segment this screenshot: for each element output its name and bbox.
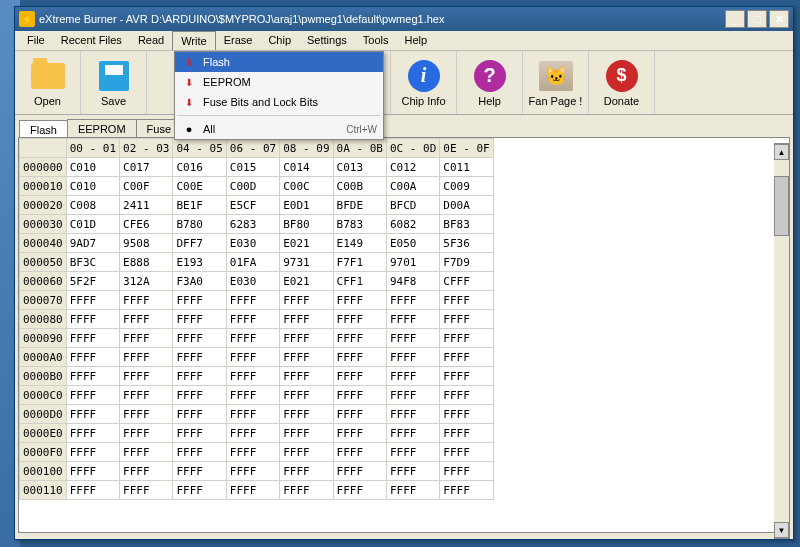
hex-cell[interactable]: FFFF (66, 386, 119, 405)
hex-cell[interactable]: 9508 (120, 234, 173, 253)
hex-cell[interactable]: CFF1 (333, 272, 386, 291)
menu-help[interactable]: Help (396, 31, 435, 50)
hex-cell[interactable]: B780 (173, 215, 226, 234)
menu-recent-files[interactable]: Recent Files (53, 31, 130, 50)
hex-cell[interactable]: C012 (386, 158, 439, 177)
hex-cell[interactable]: FFFF (173, 310, 226, 329)
menu-write[interactable]: Write (172, 31, 215, 50)
menu-settings[interactable]: Settings (299, 31, 355, 50)
hex-cell[interactable]: FFFF (386, 310, 439, 329)
hex-cell[interactable]: FFFF (333, 348, 386, 367)
dropdown-fuse[interactable]: ⬇ Fuse Bits and Lock Bits (175, 92, 383, 112)
tab-eeprom[interactable]: EEPROM (67, 119, 137, 137)
hex-cell[interactable]: FFFF (226, 310, 279, 329)
hex-cell[interactable]: 94F8 (386, 272, 439, 291)
dropdown-flash[interactable]: ⬇ Flash (175, 52, 383, 72)
hex-cell[interactable]: FFFF (280, 462, 333, 481)
hex-cell[interactable]: FFFF (226, 348, 279, 367)
hex-cell[interactable]: FFFF (440, 367, 493, 386)
hex-cell[interactable]: FFFF (440, 310, 493, 329)
hex-cell[interactable]: C010 (66, 177, 119, 196)
hex-cell[interactable]: FFFF (386, 386, 439, 405)
hex-cell[interactable]: FFFF (386, 348, 439, 367)
hex-cell[interactable]: FFFF (440, 443, 493, 462)
hex-cell[interactable]: BFCD (386, 196, 439, 215)
hex-cell[interactable]: FFFF (333, 443, 386, 462)
hex-cell[interactable]: FFFF (173, 329, 226, 348)
hex-cell[interactable]: 9731 (280, 253, 333, 272)
hex-cell[interactable]: FFFF (226, 424, 279, 443)
scroll-down-arrow[interactable]: ▼ (774, 522, 789, 538)
hex-cell[interactable]: FFFF (440, 424, 493, 443)
hex-cell[interactable]: E021 (280, 272, 333, 291)
hex-cell[interactable]: FFFF (66, 462, 119, 481)
hex-cell[interactable]: FFFF (333, 329, 386, 348)
hex-cell[interactable]: FFFF (66, 424, 119, 443)
hex-cell[interactable]: FFFF (386, 462, 439, 481)
hex-cell[interactable]: C01D (66, 215, 119, 234)
hex-cell[interactable]: BF80 (280, 215, 333, 234)
hex-cell[interactable]: FFFF (66, 329, 119, 348)
menu-tools[interactable]: Tools (355, 31, 397, 50)
hex-cell[interactable]: FFFF (173, 424, 226, 443)
hex-cell[interactable]: FFFF (120, 386, 173, 405)
hex-cell[interactable]: FFFF (280, 329, 333, 348)
chipinfo-button[interactable]: i Chip Info (391, 51, 457, 114)
open-button[interactable]: Open (15, 51, 81, 114)
hex-cell[interactable]: FFFF (173, 348, 226, 367)
hex-cell[interactable]: FFFF (333, 462, 386, 481)
hex-cell[interactable]: FFFF (120, 424, 173, 443)
hex-cell[interactable]: D00A (440, 196, 493, 215)
hex-cell[interactable]: FFFF (120, 367, 173, 386)
hex-cell[interactable]: BF83 (440, 215, 493, 234)
hex-cell[interactable]: 9AD7 (66, 234, 119, 253)
menu-read[interactable]: Read (130, 31, 172, 50)
hex-cell[interactable]: F3A0 (173, 272, 226, 291)
hex-cell[interactable]: FFFF (66, 405, 119, 424)
menu-file[interactable]: File (19, 31, 53, 50)
hex-cell[interactable]: C009 (440, 177, 493, 196)
dropdown-eeprom[interactable]: ⬇ EEPROM (175, 72, 383, 92)
hex-cell[interactable]: 5F36 (440, 234, 493, 253)
hex-cell[interactable]: C00C (280, 177, 333, 196)
hex-cell[interactable]: FFFF (333, 481, 386, 500)
tab-flash[interactable]: Flash (19, 120, 68, 138)
hex-cell[interactable]: FFFF (226, 367, 279, 386)
hex-cell[interactable]: E0D1 (280, 196, 333, 215)
hex-cell[interactable]: C010 (66, 158, 119, 177)
dropdown-all[interactable]: ● All Ctrl+W (175, 119, 383, 139)
hex-cell[interactable]: C00F (120, 177, 173, 196)
close-button[interactable]: ✕ (769, 10, 789, 28)
hex-cell[interactable]: 9701 (386, 253, 439, 272)
hex-cell[interactable]: C00E (173, 177, 226, 196)
hex-cell[interactable]: FFFF (66, 367, 119, 386)
hex-cell[interactable]: FFFF (333, 310, 386, 329)
hex-cell[interactable]: FFFF (226, 291, 279, 310)
maximize-button[interactable]: □ (747, 10, 767, 28)
hex-cell[interactable]: FFFF (173, 481, 226, 500)
hex-cell[interactable]: FFFF (173, 462, 226, 481)
hex-cell[interactable]: C014 (280, 158, 333, 177)
hex-cell[interactable]: FFFF (66, 443, 119, 462)
hex-cell[interactable]: FFFF (333, 291, 386, 310)
hex-cell[interactable]: E5CF (226, 196, 279, 215)
hex-cell[interactable]: E149 (333, 234, 386, 253)
hex-cell[interactable]: FFFF (120, 348, 173, 367)
hex-cell[interactable]: CFE6 (120, 215, 173, 234)
hex-cell[interactable]: C00D (226, 177, 279, 196)
hex-cell[interactable]: FFFF (440, 481, 493, 500)
hex-cell[interactable]: 5F2F (66, 272, 119, 291)
hex-cell[interactable]: FFFF (120, 462, 173, 481)
hex-cell[interactable]: B783 (333, 215, 386, 234)
hex-cell[interactable]: C015 (226, 158, 279, 177)
hex-cell[interactable]: FFFF (173, 367, 226, 386)
hex-cell[interactable]: E193 (173, 253, 226, 272)
hex-cell[interactable]: FFFF (280, 481, 333, 500)
hex-cell[interactable]: FFFF (66, 310, 119, 329)
hex-cell[interactable]: C017 (120, 158, 173, 177)
hex-cell[interactable]: E021 (280, 234, 333, 253)
save-button[interactable]: Save (81, 51, 147, 114)
hex-cell[interactable]: FFFF (226, 443, 279, 462)
hex-cell[interactable]: FFFF (280, 348, 333, 367)
hex-cell[interactable]: FFFF (440, 386, 493, 405)
